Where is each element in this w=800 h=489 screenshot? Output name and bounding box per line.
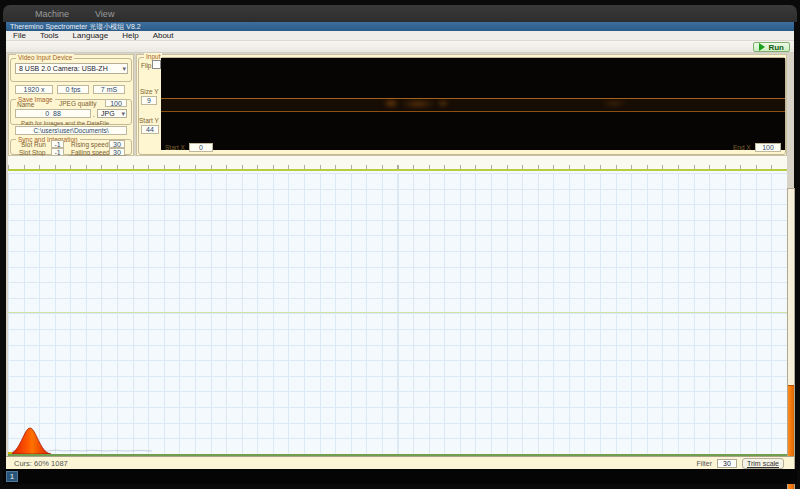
slot-stop-label: Slot Stop (19, 149, 45, 156)
input-group-label: Input (144, 53, 162, 60)
format-select[interactable]: JPG (97, 109, 127, 118)
video-device-value: 8 USB 2.0 Camera: USB-ZH (19, 65, 108, 72)
menu-about[interactable]: About (146, 31, 181, 40)
latency-box: 7 mS (93, 85, 125, 94)
screen: MachineView Theremino Spectrometer 光谱小模组… (0, 0, 800, 489)
status-row-controls: Filter 30 Trim scale (696, 458, 784, 469)
plot-area[interactable] (8, 173, 787, 456)
filter-input[interactable]: 30 (717, 459, 737, 468)
emission-peak (8, 425, 52, 455)
extension-dot: . (93, 111, 95, 118)
ruler-minor-ticks (8, 165, 787, 169)
cursor-readout: Curs: 60% 1087 (14, 459, 68, 468)
app-title: Theremino Spectrometer 光谱小模组 V8.2 (10, 23, 141, 30)
slot-run-label: Slot Run (21, 141, 46, 148)
status-row: Curs: 60% 1087 Filter 30 Trim scale (6, 456, 794, 469)
reference-line (8, 312, 787, 313)
vm-menu-view[interactable]: View (95, 9, 114, 19)
video-input-groupbox: Video Input Device 8 USB 2.0 Camera: USB… (10, 58, 132, 82)
vm-menu-machine[interactable]: Machine (35, 9, 69, 19)
video-device-select[interactable]: 8 USB 2.0 Camera: USB-ZH (15, 63, 128, 74)
start-y-label: Start Y (139, 117, 159, 124)
desktop-statusbar: 1 (3, 469, 797, 484)
app-menubar: FileToolsLanguageHelpAbout (6, 31, 794, 41)
end-x-label: End X (733, 144, 751, 151)
input-panel: Input Flip Size Y 9 Start Y 44 Start X 0… (136, 54, 787, 156)
path-box[interactable]: C:\users\user\Documents\ (15, 126, 127, 135)
menu-file[interactable]: File (6, 31, 33, 40)
size-y-label: Size Y (140, 88, 159, 95)
flip-checkbox[interactable] (152, 60, 161, 69)
fps-box: 0 fps (57, 85, 89, 94)
run-button-label: Run (768, 43, 784, 52)
rising-speed-box[interactable]: 30 (109, 140, 125, 148)
menu-help[interactable]: Help (115, 31, 145, 40)
start-x-label: Start X (165, 144, 185, 151)
menu-tools[interactable]: Tools (33, 31, 66, 40)
jpeg-quality-label: JPEG quality (59, 100, 97, 107)
start-y-box[interactable]: 44 (141, 125, 159, 134)
integration-band[interactable] (161, 98, 785, 112)
workspace-button[interactable]: 1 (6, 471, 18, 482)
image-name-box[interactable]: 0_88 (15, 109, 91, 118)
end-x-box[interactable]: 100 (755, 143, 781, 152)
trim-scale-button[interactable]: Trim scale (742, 458, 784, 469)
flip-label: Flip (141, 62, 151, 69)
wavelength-ruler (8, 156, 787, 171)
spectrum-graph[interactable] (8, 156, 787, 456)
slot-run-box[interactable]: -1 (51, 140, 64, 148)
intensity-scrollbar[interactable] (787, 188, 795, 489)
filter-label: Filter (696, 460, 712, 467)
menu-language[interactable]: Language (66, 31, 116, 40)
name-label: Name (17, 101, 34, 108)
toolbar: Run (6, 41, 794, 53)
app-window: Theremino Spectrometer 光谱小模组 V8.2 FileTo… (6, 22, 794, 469)
app-titlebar[interactable]: Theremino Spectrometer 光谱小模组 V8.2 (6, 22, 794, 31)
start-x-box[interactable]: 0 (189, 143, 213, 152)
size-y-box[interactable]: 9 (141, 96, 157, 105)
main-content: Video Input Device 8 USB 2.0 Camera: USB… (6, 53, 794, 456)
play-icon (759, 43, 765, 51)
video-input-group-label: Video Input Device (16, 54, 74, 61)
jpeg-quality-box[interactable]: 100 (105, 99, 127, 107)
rising-speed-label: Rising speed (71, 141, 109, 148)
left-panel: Video Input Device 8 USB 2.0 Camera: USB… (8, 54, 134, 156)
run-button[interactable]: Run (753, 42, 790, 52)
vm-menubar: MachineView (3, 5, 797, 22)
resolution-box[interactable]: 1920 x (15, 85, 53, 94)
format-value: JPG (101, 110, 115, 117)
